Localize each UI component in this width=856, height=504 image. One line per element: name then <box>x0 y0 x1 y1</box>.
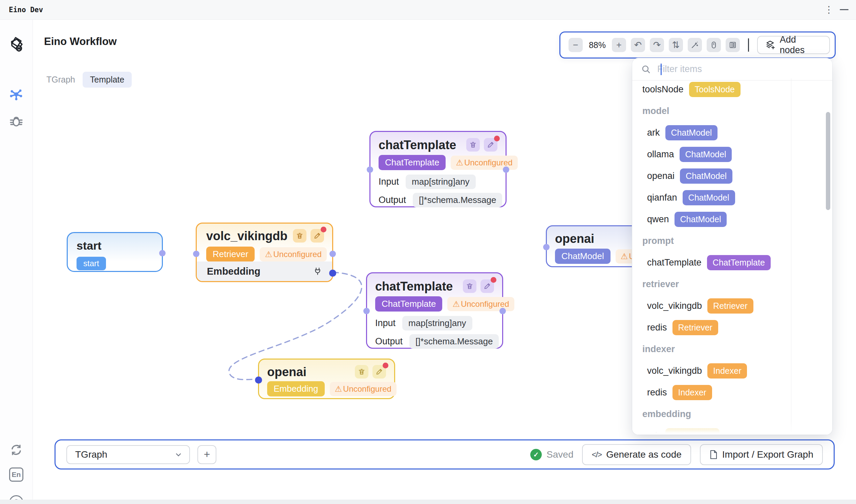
app-logo-icon <box>7 36 25 54</box>
add-nodes-button[interactable]: Add nodes <box>757 36 830 54</box>
node-type-badge: Embedding <box>267 381 325 396</box>
output-type: []*schema.Message <box>409 334 499 349</box>
section-header-retriever: retriever <box>632 273 791 295</box>
node-title: start <box>76 239 162 252</box>
graph-bottom-bar: TGraph + ✓ Saved </> Generate as code Im… <box>54 439 835 469</box>
section-header-embedding: embedding <box>632 403 791 425</box>
edit-node-button[interactable] <box>480 280 494 293</box>
input-label: Input <box>379 177 399 187</box>
delete-node-button[interactable] <box>293 229 306 242</box>
list-item-toolsnode[interactable]: toolsNodeToolsNode <box>632 78 791 100</box>
undo-button[interactable]: ↶ <box>631 38 645 52</box>
input-handle-connected[interactable] <box>255 377 262 383</box>
list-item-ollama-chatmodel[interactable]: ollamaChatModel <box>632 143 791 165</box>
add-graph-button[interactable]: + <box>198 445 216 464</box>
language-icon[interactable]: En <box>9 467 23 482</box>
minimize-icon[interactable] <box>840 9 849 10</box>
warning-icon: ⚠ <box>456 158 463 167</box>
node-chattemplate-middle[interactable]: chatTemplate ChatTemplate ⚠Unconfigured … <box>366 272 503 349</box>
node-title: chatTemplate <box>375 280 453 294</box>
file-icon <box>709 450 718 460</box>
debug-bug-icon[interactable] <box>9 114 24 128</box>
auto-layout-button[interactable]: ⇅ <box>669 38 683 52</box>
node-type-badge: ChatTemplate <box>375 296 442 311</box>
mouse-mode-button[interactable] <box>707 38 721 52</box>
import-export-button[interactable]: Import / Export Graph <box>700 444 823 465</box>
node-volc-vikingdb[interactable]: volc_vikingdb Retriever ⚠Unconfigured Em… <box>196 222 333 282</box>
node-title: openai <box>267 365 306 379</box>
canvas-toolbar: − 88% + ↶ ↷ ⇅ <box>559 32 836 58</box>
magic-wand-button[interactable] <box>688 38 702 52</box>
list-item-ark-chatmodel[interactable]: arkChatModel <box>632 122 791 143</box>
sidebar: En ? <box>0 20 33 500</box>
refresh-icon[interactable] <box>9 443 24 457</box>
input-label: Input <box>375 318 395 328</box>
layers-plus-icon <box>765 40 776 50</box>
embedding-port-row: Embedding <box>197 262 332 281</box>
unconfigured-alert-dot <box>494 136 500 141</box>
saved-label: Saved <box>547 449 573 460</box>
list-item-volcvikingdb-indexer[interactable]: volc_vikingdbIndexer <box>632 360 791 381</box>
input-handle[interactable] <box>193 251 200 257</box>
delete-node-button[interactable] <box>355 365 369 378</box>
input-handle[interactable] <box>367 166 373 173</box>
code-icon: </> <box>592 450 601 460</box>
saved-check-icon: ✓ <box>530 449 542 461</box>
delete-node-button[interactable] <box>463 280 476 293</box>
node-type-badge: start <box>76 257 106 270</box>
add-nodes-panel: toolsNodeToolsNode model arkChatModel ol… <box>632 58 832 435</box>
output-handle[interactable] <box>159 250 166 256</box>
edit-node-button[interactable] <box>310 229 324 242</box>
toolbar-divider <box>748 38 749 52</box>
list-item-redis-retriever[interactable]: redisRetriever <box>632 317 791 338</box>
list-item-qwen-chatmodel[interactable]: qwenChatModel <box>632 209 791 230</box>
list-item-openai-chatmodel[interactable]: openaiChatModel <box>632 165 791 187</box>
list-item-qianfan-chatmodel[interactable]: qianfanChatModel <box>632 187 791 209</box>
panel-scrollbar[interactable] <box>826 112 830 210</box>
delete-node-button[interactable] <box>466 138 480 151</box>
search-icon <box>641 64 651 74</box>
edit-node-button[interactable] <box>373 365 386 378</box>
list-item-volcvikingdb-retriever[interactable]: volc_vikingdbRetriever <box>632 295 791 317</box>
input-handle[interactable] <box>363 308 370 314</box>
filter-search[interactable] <box>632 58 832 80</box>
window-titlebar: Eino Dev ⋮ <box>0 0 856 20</box>
tab-tgraph[interactable]: TGraph <box>46 75 75 85</box>
edit-node-button[interactable] <box>484 138 497 151</box>
unconfigured-alert-dot <box>383 363 388 368</box>
node-title: chatTemplate <box>379 138 456 152</box>
section-header-model: model <box>632 100 791 122</box>
list-item-redis-indexer[interactable]: redisIndexer <box>632 381 791 403</box>
zoom-out-button[interactable]: − <box>568 38 583 52</box>
unconfigured-alert-dot <box>491 277 496 283</box>
graph-select[interactable]: TGraph <box>66 445 190 464</box>
tab-template[interactable]: Template <box>83 72 132 88</box>
output-type: []*schema.Message <box>413 193 502 208</box>
node-chattemplate-top[interactable]: chatTemplate ChatTemplate ⚠Unconfigured … <box>370 131 507 208</box>
output-label: Output <box>379 195 406 205</box>
kebab-menu-icon[interactable]: ⋮ <box>824 5 834 15</box>
filter-items-input[interactable] <box>657 64 823 74</box>
zoom-level: 88% <box>587 40 607 50</box>
output-handle[interactable] <box>503 166 509 173</box>
output-handle[interactable] <box>329 251 336 257</box>
node-start[interactable]: start start <box>67 232 163 272</box>
generate-code-button[interactable]: </> Generate as code <box>582 444 691 465</box>
list-item-ark-embedding[interactable]: arkEmbedding <box>632 425 791 435</box>
page-title: Eino Workflow <box>44 36 117 48</box>
output-label: Output <box>375 336 403 347</box>
minimap-button[interactable] <box>726 38 740 52</box>
list-item-chattemplate[interactable]: chatTemplateChatTemplate <box>632 252 791 273</box>
input-type: map[string]any <box>402 316 472 330</box>
warning-icon: ⚠ <box>335 384 342 394</box>
node-openai-embedding[interactable]: openai Embedding ⚠Unconfigured <box>258 359 395 399</box>
node-type-badge: Retriever <box>206 247 255 262</box>
input-handle[interactable] <box>543 244 550 250</box>
window-bottom-strip <box>0 500 856 504</box>
redo-button[interactable]: ↷ <box>650 38 664 52</box>
window-title: Eino Dev <box>9 6 43 14</box>
zoom-in-button[interactable]: + <box>612 38 626 52</box>
embedding-port-handle[interactable] <box>329 270 336 277</box>
output-handle[interactable] <box>499 308 506 314</box>
workflow-graph-icon[interactable] <box>8 87 24 103</box>
